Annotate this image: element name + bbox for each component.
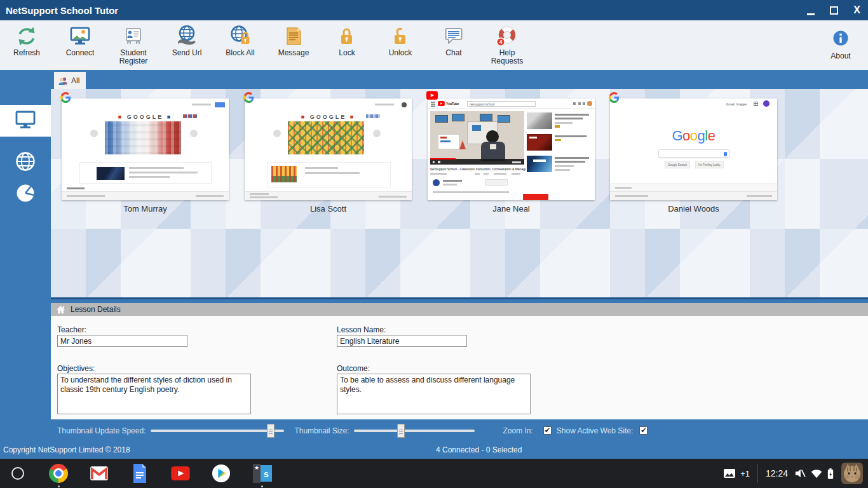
teacher-input[interactable] xyxy=(57,335,187,347)
show-active-web-site-checkbox[interactable] xyxy=(639,426,648,435)
sidebar-item-monitor-view[interactable] xyxy=(0,105,51,137)
youtube-video-player xyxy=(430,111,524,165)
google-favicon xyxy=(243,92,254,105)
netsupport-icon: ★ s xyxy=(252,464,272,483)
outcome-label: Outcome: xyxy=(337,364,370,373)
objectives-input[interactable]: To understand the different styles of di… xyxy=(57,374,251,414)
home-icon xyxy=(56,305,65,315)
student-register-button[interactable]: Student Register xyxy=(107,20,160,70)
tab-all-label: All xyxy=(71,76,79,85)
lesson-details-title: Lesson Details xyxy=(71,305,121,314)
student-thumbnail-tom[interactable]: ■ GOOGLE ■ Tom Murray xyxy=(62,98,229,214)
show-active-web-site-label: Show Active Web Site: xyxy=(557,426,634,435)
student-thumbnail-daniel[interactable]: Gmail Images Google Google Search I'm Fe… xyxy=(610,98,777,214)
thumbnail-update-speed-slider[interactable] xyxy=(151,430,284,432)
clock[interactable]: 12:24 xyxy=(766,468,788,478)
battery-icon[interactable] xyxy=(827,468,834,479)
launcher-icon xyxy=(11,467,24,480)
objectives-label: Objectives: xyxy=(57,364,95,373)
info-icon xyxy=(829,27,853,52)
lock-button[interactable]: Lock xyxy=(320,20,374,70)
about-button[interactable]: About xyxy=(818,24,863,60)
lesson-name-input[interactable] xyxy=(337,335,467,347)
students-icon xyxy=(58,76,68,86)
thumbnail-update-speed-label: Thumbnail Update Speed: xyxy=(57,426,146,435)
student-screen-google-doodle: ■ GOOGLE ■ xyxy=(62,98,229,200)
lesson-details-header: Lesson Details xyxy=(51,303,868,316)
student-thumbnail-lisa[interactable]: ■ GOOGLE ■ Lisa Scott xyxy=(245,98,412,214)
globe-icon xyxy=(14,150,37,173)
unlock-button[interactable]: Unlock xyxy=(374,20,427,70)
gmail-shortcut[interactable] xyxy=(89,462,109,485)
google-favicon xyxy=(609,92,620,105)
lesson-name-label: Lesson Name: xyxy=(337,325,386,334)
sidebar-item-qa-view[interactable] xyxy=(0,177,51,209)
google-logo: Google xyxy=(610,128,777,144)
status-bar: Copyright NetSupport Limited © 2018 4 Co… xyxy=(0,442,868,459)
refresh-button[interactable]: Refresh xyxy=(0,20,53,70)
youtube-logo xyxy=(438,101,445,106)
slider-thumb[interactable] xyxy=(267,424,275,438)
student-name: Lisa Scott xyxy=(245,204,412,214)
notification-count[interactable]: +1 xyxy=(740,469,750,478)
student-name: Daniel Woods xyxy=(610,204,777,214)
gmail-icon xyxy=(90,466,109,481)
sidebar-item-web-view[interactable] xyxy=(0,146,51,177)
zoom-in-label: Zoom In: xyxy=(503,426,532,435)
youtube-icon xyxy=(171,466,190,480)
wifi-icon[interactable] xyxy=(811,469,822,478)
message-icon xyxy=(281,24,306,49)
youtube-shortcut[interactable] xyxy=(170,462,191,485)
docs-icon xyxy=(132,464,147,483)
chat-button[interactable]: Chat xyxy=(427,20,480,70)
student-screen-youtube: YouTube netsupport school xyxy=(428,98,595,200)
user-avatar[interactable] xyxy=(841,463,863,484)
toolbar: Refresh Connect Student xyxy=(0,20,868,70)
message-button[interactable]: Message xyxy=(267,20,320,70)
doodle-image xyxy=(288,121,364,154)
netsupport-app-shortcut[interactable]: ★ s xyxy=(252,462,272,485)
chat-icon xyxy=(442,24,466,49)
block-all-button[interactable]: Block All xyxy=(214,20,267,70)
monitor-icon xyxy=(13,109,38,132)
student-screen-google-doodle: ■ GOOGLE ■ xyxy=(245,98,412,200)
youtube-favicon xyxy=(426,91,438,102)
sidebar xyxy=(0,70,51,419)
student-name: Jane Neal xyxy=(428,204,595,214)
student-register-icon xyxy=(121,24,146,49)
connect-icon xyxy=(68,24,92,49)
panel-splitter[interactable] xyxy=(51,297,868,303)
screenshot-notification-icon[interactable] xyxy=(724,469,735,478)
zoom-in-checkbox[interactable] xyxy=(543,426,552,435)
pie-chart-icon xyxy=(14,182,37,205)
outcome-input[interactable]: To be able to assess and discuss differe… xyxy=(337,374,531,414)
slider-thumb[interactable] xyxy=(397,424,405,438)
thumbnail-canvas: ■ GOOGLE ■ Tom Murray xyxy=(51,89,868,297)
mute-icon[interactable] xyxy=(794,468,806,478)
connect-button[interactable]: Connect xyxy=(53,20,107,70)
minimize-button[interactable] xyxy=(807,13,815,15)
thumbnail-controls-bar: Thumbnail Update Speed: Thumbnail Size: … xyxy=(0,419,868,442)
google-favicon xyxy=(60,92,71,105)
tab-strip: All xyxy=(51,70,868,89)
launcher-button[interactable] xyxy=(8,462,28,485)
play-store-shortcut[interactable] xyxy=(211,462,231,485)
maximize-button[interactable] xyxy=(830,6,838,15)
send-url-button[interactable]: Send Url xyxy=(160,20,214,70)
google-search-box xyxy=(658,149,729,158)
doodle-image xyxy=(105,121,181,154)
help-badge: 4 xyxy=(499,39,503,45)
lesson-details-panel: Teacher: Lesson Name: Objectives: To und… xyxy=(51,316,868,419)
close-button[interactable]: X xyxy=(853,5,860,15)
title-bar: NetSupport School Tutor X xyxy=(0,0,868,20)
copyright-text: Copyright NetSupport Limited © 2018 xyxy=(3,445,130,454)
docs-shortcut[interactable] xyxy=(130,462,150,485)
student-thumbnail-jane[interactable]: YouTube netsupport school xyxy=(428,98,595,214)
play-store-icon xyxy=(212,464,231,483)
thumbnail-size-slider[interactable] xyxy=(354,430,475,432)
chrome-shortcut[interactable] xyxy=(48,462,69,485)
chrome-icon xyxy=(49,464,68,483)
help-requests-button[interactable]: 4 Help Requests xyxy=(480,20,534,70)
tab-all[interactable]: All xyxy=(54,72,86,89)
connection-status: 4 Connected - 0 Selected xyxy=(436,445,522,454)
